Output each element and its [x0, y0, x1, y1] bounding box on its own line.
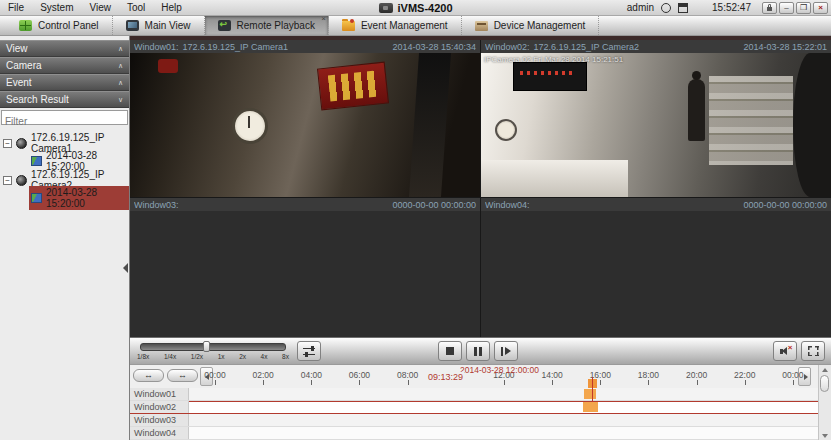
sidebar-collapse-handle[interactable]: [123, 263, 128, 273]
app-logo-icon: [378, 3, 392, 13]
stop-icon: [446, 347, 454, 355]
filter-input[interactable]: [2, 115, 127, 128]
tab-device-management[interactable]: Device Management: [462, 16, 600, 35]
fullscreen-button[interactable]: [801, 341, 825, 361]
scroll-up-icon[interactable]: [822, 368, 828, 372]
window-controls: – ❒ ×: [762, 2, 828, 14]
close-tab-icon[interactable]: ×: [321, 15, 326, 23]
tick-label: 00:00: [782, 370, 803, 380]
timeline-zoom-out-button[interactable]: [133, 369, 164, 382]
close-button[interactable]: ×: [813, 2, 828, 14]
window-camera: 172.6.19.125_IP Camera2: [534, 42, 639, 52]
ivms-4200-window: FileSystemViewToolHelp iVMS-4200 admin 1…: [0, 0, 831, 440]
timeline-zoom-in-button[interactable]: [167, 369, 198, 382]
scroll-down-icon[interactable]: [822, 434, 828, 438]
stream-settings-button[interactable]: [297, 341, 321, 361]
window-name: Window03:: [134, 200, 179, 210]
playback-control-bar: 1/8x1/4x1/2x1x2x4x8x ×: [130, 337, 831, 364]
lock-button[interactable]: [762, 2, 777, 14]
speed-slider-handle[interactable]: [203, 341, 210, 352]
remote-playback-icon: [218, 20, 231, 31]
pause-icon: [474, 347, 482, 356]
tab-control-panel[interactable]: Control Panel: [6, 16, 113, 35]
chevron-up-icon: ∧: [118, 79, 123, 87]
speed-option-8x[interactable]: 8x: [282, 353, 289, 360]
timeline-row-window04[interactable]: Window04: [130, 427, 831, 440]
tick-label: 00:00: [204, 370, 225, 380]
panel-header-event[interactable]: Event∧: [0, 74, 129, 91]
minimize-button[interactable]: –: [779, 2, 794, 14]
speed-option-1-4x[interactable]: 1/4x: [164, 353, 176, 360]
filter-box: [1, 110, 128, 125]
tab-remote-playback[interactable]: Remote Playback×: [205, 16, 329, 35]
window-name: Window04:: [485, 200, 530, 210]
menu-tool[interactable]: Tool: [119, 2, 153, 13]
video-window-2[interactable]: Window02: 172.6.19.125_IP Camera2 2014-0…: [481, 40, 831, 197]
scrollbar-thumb[interactable]: [820, 375, 829, 392]
stop-button[interactable]: [438, 341, 462, 361]
calendar-icon[interactable]: [678, 3, 688, 13]
app-title: iVMS-4200: [378, 2, 452, 14]
recording-segment[interactable]: [583, 402, 598, 412]
globe-icon[interactable]: [661, 3, 671, 13]
pole-shape: [408, 53, 450, 197]
menu-system[interactable]: System: [32, 2, 81, 13]
timeline-scrollbar[interactable]: [818, 365, 831, 440]
speed-option-2x[interactable]: 2x: [239, 353, 246, 360]
event-management-icon: [342, 21, 355, 31]
counter-shape: [481, 160, 628, 197]
video-file-icon: [31, 193, 42, 203]
search-result-item[interactable]: 2014-03-28 15:20:00: [0, 190, 129, 206]
tick-label: 08:00: [397, 370, 418, 380]
search-result-item[interactable]: 2014-03-28 15:20:00: [0, 153, 129, 169]
panel-header-camera[interactable]: Camera∧: [0, 57, 129, 74]
single-frame-button[interactable]: [494, 341, 518, 361]
menu-help[interactable]: Help: [153, 2, 190, 13]
playhead-line: [592, 377, 593, 402]
app-title-text: iVMS-4200: [397, 2, 452, 14]
camera-tree: −172.6.19.125_IP Camera12014-03-28 15:20…: [0, 127, 129, 206]
video-window-4[interactable]: Window04: 0000-00-00 00:00:00: [481, 198, 831, 337]
restore-button[interactable]: ❒: [796, 2, 811, 14]
speed-slider[interactable]: [140, 343, 286, 351]
video-window-1[interactable]: Window01: 172.6.19.125_IP Camera1 2014-0…: [130, 40, 480, 197]
recording-segment[interactable]: [584, 389, 596, 399]
mute-x-icon: ×: [788, 343, 793, 352]
tab-bar: Control PanelMain ViewRemote Playback×Ev…: [0, 16, 831, 36]
playback-timeline: 00:0002:0004:0006:0008:0012:0014:0016:00…: [130, 364, 831, 440]
tick-label: 18:00: [638, 370, 659, 380]
video-window-3[interactable]: Window03: 0000-00-00 00:00:00: [130, 198, 480, 337]
window-name: Window02:: [485, 42, 530, 52]
panel-header-view[interactable]: View∧: [0, 40, 129, 57]
panel-header-search-result[interactable]: Search Result∨: [0, 91, 129, 108]
speed-option-1x[interactable]: 1x: [218, 353, 225, 360]
step-forward-icon: [501, 347, 511, 356]
timeline-row-window01[interactable]: Window01: [130, 388, 831, 401]
timeline-row-window02[interactable]: Window02: [130, 401, 831, 414]
volume-button[interactable]: ×: [773, 341, 797, 361]
tab-main-view[interactable]: Main View: [113, 16, 205, 35]
menu-view[interactable]: View: [81, 2, 119, 13]
menu-file[interactable]: File: [0, 2, 32, 13]
speed-option-4x[interactable]: 4x: [261, 353, 268, 360]
speed-labels: 1/8x1/4x1/2x1x2x4x8x: [135, 352, 291, 360]
window-name: Window01:: [134, 42, 179, 52]
red-lantern-shape: [158, 59, 178, 73]
pause-button[interactable]: [466, 341, 490, 361]
collapse-minus-icon[interactable]: −: [3, 139, 12, 148]
collapse-minus-icon[interactable]: −: [3, 176, 12, 185]
video-header: Window02: 172.6.19.125_IP Camera2 2014-0…: [481, 40, 831, 53]
camera-osd-text: IPCamera 02 Fri Mar 28 2014 15:21:51: [484, 55, 623, 64]
window-timestamp: 0000-00-00 00:00:00: [392, 200, 476, 210]
chevron-up-icon: ∧: [118, 45, 123, 53]
sidebar: View∧Camera∧Event∧Search Result∨ −172.6.…: [0, 36, 130, 440]
sliders-icon: [303, 346, 315, 357]
timeline-row-window03[interactable]: Window03: [130, 414, 831, 427]
speed-option-1-8x[interactable]: 1/8x: [137, 353, 149, 360]
tick-label: 06:00: [349, 370, 370, 380]
led-panel-shape: [513, 62, 587, 91]
tab-event-management[interactable]: Event Management: [329, 16, 462, 35]
camera-icon: [16, 175, 27, 186]
clock-label: 15:52:47: [712, 2, 751, 13]
speed-option-1-2x[interactable]: 1/2x: [191, 353, 203, 360]
